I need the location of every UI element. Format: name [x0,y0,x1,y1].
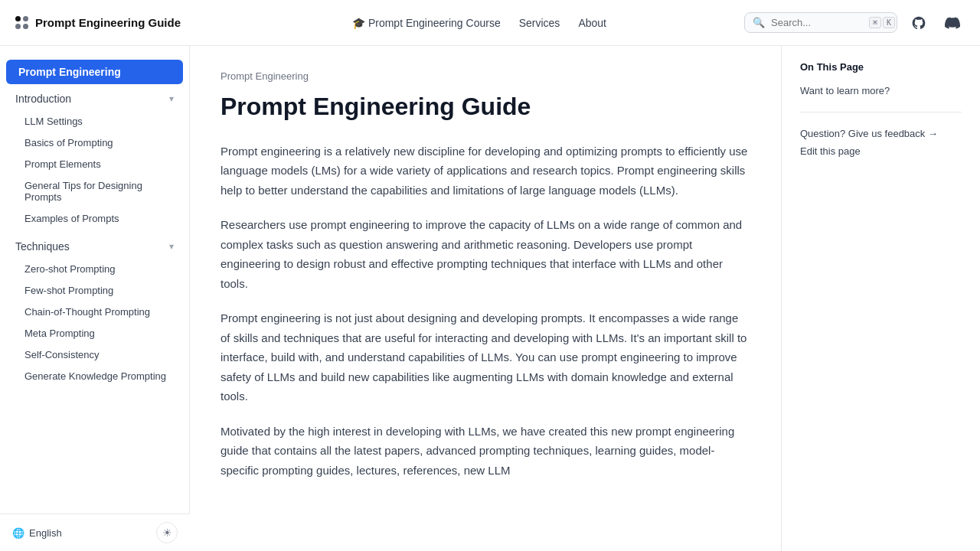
header: Prompt Engineering Guide 🎓 Prompt Engine… [0,0,980,46]
sidebar-footer: 🌐 English ☀ [0,514,190,551]
sidebar-item-introduction[interactable]: Introduction ▾ [3,87,186,110]
discord-button[interactable] [940,11,965,35]
sidebar-item-basics-of-prompting[interactable]: Basics of Prompting [3,132,186,153]
logo-icon [15,16,29,30]
theme-toggle[interactable]: ☀ [156,522,178,543]
paragraph-3: Prompt engineering is not just about des… [220,308,750,406]
chevron-down-icon-techniques: ▾ [169,241,174,252]
on-this-page-title: On This Page [800,61,962,73]
sidebar-item-chain-of-thought[interactable]: Chain-of-Thought Prompting [3,302,186,322]
sidebar-item-llm-settings[interactable]: LLM Settings [3,111,186,132]
logo[interactable]: Prompt Engineering Guide [15,16,214,30]
on-this-page-link-learn-more[interactable]: Want to learn more? [800,82,962,99]
github-icon [911,15,926,31]
sidebar-item-prompt-engineering[interactable]: Prompt Engineering [6,60,183,84]
search-box[interactable]: 🔍 ⌘ K [744,12,897,33]
sidebar-item-examples-of-prompts[interactable]: Examples of Prompts [3,208,186,229]
sidebar-item-generate-knowledge[interactable]: Generate Knowledge Prompting [3,366,186,386]
logo-text: Prompt Engineering Guide [35,16,181,29]
paragraph-1: Prompt engineering is a relatively new d… [220,142,750,201]
sidebar: Prompt Engineering Introduction ▾ LLM Se… [0,46,190,551]
sidebar-item-self-consistency[interactable]: Self-Consistency [3,344,186,365]
github-button[interactable] [906,11,931,35]
sun-icon: ☀ [162,527,172,539]
globe-icon: 🌐 [12,527,24,539]
sidebar-item-meta-prompting[interactable]: Meta Prompting [3,323,186,344]
sidebar-item-general-tips[interactable]: General Tips for Designing Prompts [3,175,186,207]
nav-services[interactable]: Services [519,17,560,29]
discord-icon [945,15,960,31]
paragraph-4: Motivated by the high interest in develo… [220,422,750,481]
right-sidebar-divider [800,112,962,112]
course-label: 🎓 Prompt Engineering Course [352,17,501,29]
main-nav: 🎓 Prompt Engineering Course Services Abo… [214,17,744,29]
breadcrumb: Prompt Engineering [220,70,750,82]
search-shortcut: ⌘ K [869,17,895,28]
sidebar-item-few-shot[interactable]: Few-shot Prompting [3,280,186,301]
layout: Prompt Engineering Introduction ▾ LLM Se… [0,46,980,551]
right-sidebar: On This Page Want to learn more? Questio… [781,46,980,551]
feedback-link[interactable]: Question? Give us feedback → [800,125,962,142]
page-title: Prompt Engineering Guide [220,91,750,123]
search-input[interactable] [771,17,863,28]
language-selector[interactable]: 🌐 English [12,527,62,539]
edit-page-link[interactable]: Edit this page [800,142,962,160]
header-right: 🔍 ⌘ K [744,11,965,35]
chevron-down-icon: ▾ [169,93,174,104]
paragraph-2: Researchers use prompt engineering to im… [220,215,750,293]
sidebar-item-zero-shot[interactable]: Zero-shot Prompting [3,259,186,279]
search-icon: 🔍 [753,17,765,28]
nav-about[interactable]: About [578,17,606,29]
nav-course[interactable]: 🎓 Prompt Engineering Course [352,17,501,29]
main-content: Prompt Engineering Prompt Engineering Gu… [190,46,781,551]
sidebar-item-techniques[interactable]: Techniques ▾ [3,235,186,258]
sidebar-item-prompt-elements[interactable]: Prompt Elements [3,154,186,174]
